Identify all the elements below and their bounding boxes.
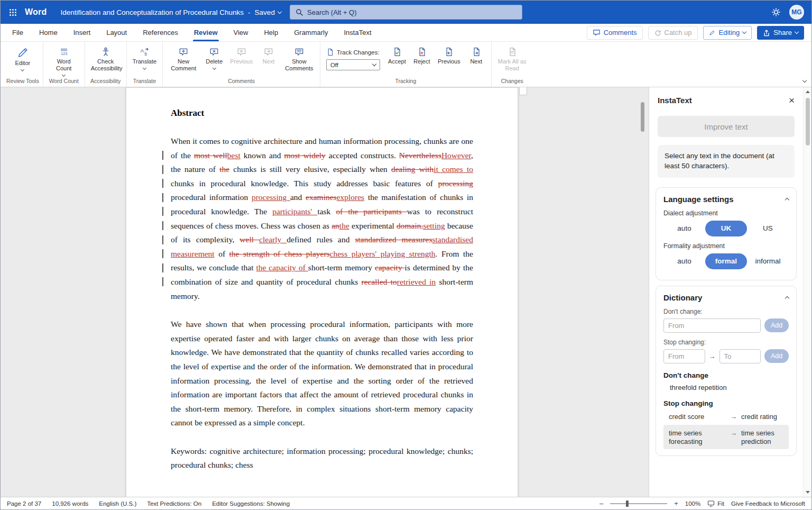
dictionary-title: Dictionary [663, 293, 702, 302]
stop-changing-list-item[interactable]: credit score → credit rating [663, 408, 789, 424]
translate-button[interactable]: Ab Translate [130, 44, 160, 70]
search-bar[interactable] [290, 5, 522, 20]
comments-button[interactable]: Comments [587, 26, 643, 40]
group-label-review-tools: Review Tools [5, 77, 40, 87]
zoom-in-button[interactable]: + [674, 499, 678, 507]
dont-change-add-button[interactable]: Add [764, 318, 789, 332]
previous-comment-button[interactable]: Previous [227, 44, 256, 66]
tab-instatext[interactable]: InstaText [344, 24, 371, 41]
ribbon-group-changes: Mark All as Read Changes [491, 42, 533, 87]
stop-changing-to-value: time series prediction [741, 429, 786, 445]
tab-review[interactable]: Review [194, 24, 218, 41]
chevron-down-icon [213, 66, 216, 70]
share-button[interactable]: Share [757, 26, 804, 40]
panel-scrollbar-thumb[interactable] [806, 98, 810, 145]
stop-changing-to-input[interactable] [719, 349, 761, 363]
document-scrollbar[interactable] [641, 93, 645, 486]
document-page[interactable]: Abstract When it comes to cognitive arch… [126, 87, 518, 497]
check-accessibility-label: Check Accessibility [91, 58, 121, 72]
new-comment-button[interactable]: New Comment [165, 44, 201, 73]
document-title-area: Identification and Conceptualization of … [60, 8, 281, 16]
dictionary-header[interactable]: Dictionary [663, 293, 789, 302]
previous-change-icon [444, 47, 454, 57]
panel-scrollbar[interactable] [803, 87, 811, 497]
minus-icon: – [599, 499, 603, 507]
previous-change-button[interactable]: Previous [435, 44, 464, 66]
word-count-label: Word Count [49, 58, 79, 72]
collapse-ribbon-button[interactable] [803, 75, 806, 84]
word-count-button[interactable]: 123 Word Count [46, 44, 82, 77]
formality-option-informal[interactable]: informal [747, 253, 789, 269]
next-comment-button[interactable]: Next [256, 44, 281, 66]
tab-view[interactable]: View [234, 24, 248, 41]
ribbon: Editor Review Tools 123 Word Count Word … [1, 42, 811, 87]
stop-changing-list-item[interactable]: time series forecasting → time series pr… [663, 425, 789, 449]
new-comment-icon [179, 47, 188, 57]
dialect-option-auto[interactable]: auto [663, 221, 705, 236]
dialect-option-us[interactable]: US [747, 221, 789, 236]
settings-gear-icon [771, 7, 781, 17]
zoom-slider[interactable] [610, 503, 667, 504]
track-changes-value: Off [330, 62, 338, 68]
zoom-out-button[interactable]: – [599, 499, 603, 507]
document-title[interactable]: Identification and Conceptualization of … [60, 8, 244, 16]
mark-all-as-read-icon [508, 47, 517, 57]
dont-change-from-input[interactable] [663, 318, 761, 333]
editing-mode-button[interactable]: Editing [703, 26, 752, 40]
tab-layout[interactable]: Layout [106, 24, 127, 41]
scroll-down-icon[interactable] [806, 491, 810, 494]
language-settings-header[interactable]: Language settings [663, 195, 789, 204]
editor-suggestions-status[interactable]: Editor Suggestions: Showing [212, 500, 290, 507]
page-count[interactable]: Page 2 of 37 [7, 500, 41, 507]
tab-help[interactable]: Help [264, 24, 278, 41]
track-changes-dropdown[interactable]: Off [326, 59, 380, 70]
search-input[interactable] [307, 8, 516, 16]
next-change-icon [472, 47, 481, 57]
close-panel-button[interactable]: × [789, 95, 795, 105]
zoom-slider-thumb[interactable] [626, 500, 629, 507]
tab-insert[interactable]: Insert [73, 24, 91, 41]
formality-option-auto[interactable]: auto [663, 253, 705, 269]
next-change-button[interactable]: Next [464, 44, 488, 66]
abstract-heading: Abstract [171, 108, 473, 119]
feedback-link[interactable]: Give Feedback to Microsoft [731, 500, 805, 507]
formality-option-formal[interactable]: formal [705, 253, 747, 269]
show-comments-button[interactable]: Show Comments [281, 44, 317, 73]
share-icon [763, 29, 770, 37]
dialect-option-uk[interactable]: UK [705, 221, 747, 236]
document-scrollbar-thumb[interactable] [641, 102, 644, 132]
word-count-status[interactable]: 10,926 words [52, 500, 88, 507]
improve-text-button[interactable]: Improve text [658, 116, 795, 137]
reject-change-button[interactable]: Reject [410, 44, 434, 66]
scroll-up-icon[interactable] [806, 90, 810, 93]
check-accessibility-button[interactable]: Check Accessibility [88, 44, 124, 73]
tab-references[interactable]: References [143, 24, 178, 41]
language-status[interactable]: English (U.S.) [99, 500, 136, 507]
dont-change-list-header: Don't change [663, 371, 789, 379]
editor-button[interactable]: Editor [11, 44, 35, 72]
tab-grammarly[interactable]: Grammarly [294, 24, 328, 41]
search-icon [296, 8, 303, 16]
mark-all-as-read-button[interactable]: Mark All as Read [494, 44, 530, 73]
saved-status-button[interactable]: Saved [255, 8, 281, 16]
settings-button[interactable] [771, 7, 781, 17]
tab-home[interactable]: Home [39, 24, 58, 41]
topbar: Word Identification and Conceptualizatio… [1, 1, 811, 24]
dont-change-list-item[interactable]: threefold repetition [663, 379, 789, 391]
app-launcher-button[interactable] [1, 1, 25, 24]
zoom-level[interactable]: 100% [685, 500, 700, 507]
delete-comment-button[interactable]: Delete [202, 44, 226, 70]
catch-up-button[interactable]: Catch up [648, 26, 698, 40]
editor-icon [17, 47, 28, 58]
accept-change-button[interactable]: Accept [385, 44, 409, 66]
fit-button[interactable]: Fit [707, 500, 724, 507]
language-settings-card: Language settings Dialect adjustment aut… [656, 187, 797, 280]
text-predictions-status[interactable]: Text Predictions: On [147, 500, 201, 507]
abstract-paragraph-tracked: When it comes to cognitive architecture … [171, 134, 473, 303]
stop-changing-from-input[interactable] [663, 349, 705, 363]
revision-bars [162, 151, 163, 292]
tab-file[interactable]: File [12, 24, 23, 41]
stop-changing-add-button[interactable]: Add [764, 349, 789, 363]
avatar[interactable]: MG [789, 5, 804, 20]
group-label-translate: Translate [132, 77, 157, 87]
